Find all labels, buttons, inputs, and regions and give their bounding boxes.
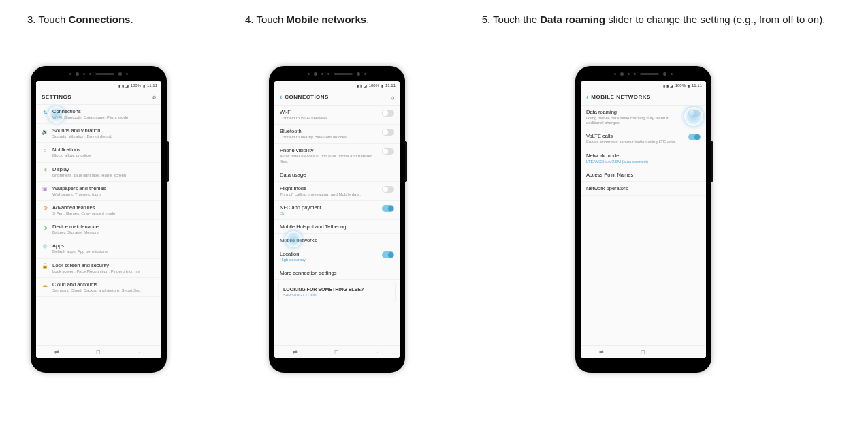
recents-button[interactable]: ⇄ <box>293 349 298 355</box>
connections-list: Wi-FiConnect to Wi-Fi networks.Bluetooth… <box>274 106 400 345</box>
connections-row[interactable]: Mobile Hotspot and Tethering <box>274 220 400 234</box>
category-icon: ⚙ <box>42 205 48 212</box>
instruction-row: 3. Touch Connections. 4. Touch Mobile ne… <box>27 14 841 73</box>
category-icon: ⦾ <box>42 243 48 250</box>
recents-button[interactable]: ⇄ <box>599 349 604 355</box>
looking-for-box[interactable]: LOOKING FOR SOMETHING ELSE?SAMSUNG CLOUD <box>278 283 396 301</box>
toggle-switch[interactable] <box>688 110 701 117</box>
battery-icon: ▮ <box>381 83 383 88</box>
row-title: Display <box>52 166 156 172</box>
back-button[interactable]: ← <box>138 349 143 355</box>
row-subtitle: High accuracy <box>280 258 378 262</box>
row-subtitle: Wallpapers, Themes, Icons <box>52 192 156 197</box>
toggle-switch[interactable] <box>382 251 394 258</box>
home-button[interactable]: ◻ <box>96 349 101 355</box>
toggle-switch[interactable] <box>688 134 701 140</box>
mobilenet-row[interactable]: Network operators <box>581 182 706 196</box>
row-title: Phone visibility <box>280 147 378 153</box>
nav-bar: ⇄ ◻ ← <box>274 345 400 358</box>
row-title: Network mode <box>586 153 701 159</box>
connections-row[interactable]: NFC and paymentOn <box>274 201 400 220</box>
mobile-networks-list: Data roamingUsing mobile data while roam… <box>581 106 706 345</box>
row-title: Location <box>280 251 378 257</box>
connections-row[interactable]: Phone visibilityAllow other devices to f… <box>274 144 400 168</box>
nav-bar: ⇄ ◻ ← <box>36 345 161 358</box>
settings-row[interactable]: ⇅ConnectionsWi-Fi, Bluetooth, Data usage… <box>36 105 161 124</box>
row-title: More connection settings <box>280 270 394 276</box>
phone-step-3: ▮ ▮ ◢ 100% ▮ 11:11 SETTINGS ⌕ ⇅Connectio… <box>31 66 167 373</box>
search-icon[interactable]: ⌕ <box>391 94 394 101</box>
looking-title: LOOKING FOR SOMETHING ELSE? <box>283 287 391 292</box>
back-icon[interactable]: ‹ <box>586 93 588 101</box>
toggle-switch[interactable] <box>382 110 394 117</box>
row-subtitle: Connect to Wi-Fi networks. <box>280 116 378 121</box>
connections-row[interactable]: Data usage <box>274 168 400 182</box>
row-title: Flight mode <box>280 185 378 191</box>
row-title: Network operators <box>586 185 701 191</box>
row-title: VoLTE calls <box>586 133 684 139</box>
row-subtitle: Wi-Fi, Bluetooth, Data usage, Flight mod… <box>52 115 156 120</box>
row-title: Advanced features <box>52 204 156 211</box>
settings-list: ⇅ConnectionsWi-Fi, Bluetooth, Data usage… <box>36 105 161 345</box>
step-4-text: 4. Touch Mobile networks. <box>245 14 422 25</box>
row-subtitle: Sounds, Vibration, Do not disturb <box>52 134 156 139</box>
home-button[interactable]: ◻ <box>641 349 645 355</box>
category-icon: ▣ <box>42 186 48 193</box>
row-title: Data usage <box>280 172 394 178</box>
settings-row[interactable]: ⚙Advanced featuresS Pen, Games, One-hand… <box>36 201 161 220</box>
phone-step-5: ▮ ▮ ◢ 100% ▮ 11:11 ‹ MOBILE NETWORKS Dat… <box>575 66 711 373</box>
category-icon: 🔒 <box>42 263 48 270</box>
connections-row[interactable]: More connection settings <box>274 266 400 280</box>
row-subtitle: Battery, Storage, Memory <box>52 230 156 235</box>
mobilenet-row[interactable]: Network modeLTE/WCDMA/GSM (auto connect) <box>581 149 706 168</box>
battery-icon: ▮ <box>688 83 690 88</box>
connections-row[interactable]: Wi-FiConnect to Wi-Fi networks. <box>274 106 400 125</box>
settings-row[interactable]: ⊕Device maintenanceBattery, Storage, Mem… <box>36 220 161 239</box>
category-icon: ⇅ <box>42 109 48 116</box>
settings-row[interactable]: ≡NotificationsBlock, allow, prioritize <box>36 143 161 162</box>
looking-link[interactable]: SAMSUNG CLOUD <box>283 293 391 297</box>
row-title: NFC and payment <box>280 204 378 211</box>
phone-step-4: ▮ ▮ ◢ 100% ▮ 11:11 ‹ CONNECTIONS ⌕ Wi-Fi… <box>269 66 405 373</box>
row-title: Mobile networks <box>280 237 394 243</box>
toggle-switch[interactable] <box>382 205 394 212</box>
mobilenet-row[interactable]: Access Point Names <box>581 168 706 182</box>
row-subtitle: Lock screen, Face Recognition, Fingerpri… <box>52 269 156 274</box>
settings-row[interactable]: ☀DisplayBrightness, Blue light filter, H… <box>36 163 161 182</box>
connections-row[interactable]: Flight modeTurn off calling, messaging, … <box>274 182 400 201</box>
settings-row[interactable]: ⦾AppsDefault apps, App permissions <box>36 239 161 258</box>
back-button[interactable]: ← <box>682 349 688 355</box>
toggle-switch[interactable] <box>382 148 394 155</box>
signal-icon: ▮ ▮ ◢ <box>118 83 128 88</box>
signal-icon: ▮ ▮ ◢ <box>357 83 366 88</box>
mobilenet-row[interactable]: Data roamingUsing mobile data while roam… <box>581 106 706 129</box>
category-icon: 🔉 <box>42 128 48 135</box>
connections-row[interactable]: LocationHigh accuracy <box>274 247 400 266</box>
settings-row[interactable]: ☁Cloud and accountsSamsung Cloud, Backup… <box>36 278 161 297</box>
back-icon[interactable]: ‹ <box>280 93 282 101</box>
recents-button[interactable]: ⇄ <box>54 349 59 355</box>
toggle-switch[interactable] <box>382 129 394 136</box>
row-title: Device maintenance <box>52 224 156 230</box>
row-subtitle: Samsung Cloud, Backup and restore, Smart… <box>52 288 156 293</box>
toggle-switch[interactable] <box>382 186 394 193</box>
settings-row[interactable]: 🔉Sounds and vibrationSounds, Vibration, … <box>36 124 161 143</box>
back-button[interactable]: ← <box>376 349 381 355</box>
row-title: Apps <box>52 243 156 249</box>
category-icon: ☁ <box>42 282 48 289</box>
connections-row[interactable]: BluetoothConnect to nearby Bluetooth dev… <box>274 125 400 144</box>
mobilenet-row[interactable]: VoLTE callsEnable enhanced communication… <box>581 129 706 149</box>
category-icon: ☀ <box>42 167 48 174</box>
row-subtitle: Using mobile data while roaming may resu… <box>586 116 684 125</box>
connections-row[interactable]: Mobile networks <box>274 234 400 247</box>
phones-row: ▮ ▮ ◢ 100% ▮ 11:11 SETTINGS ⌕ ⇅Connectio… <box>27 66 841 373</box>
row-subtitle: LTE/WCDMA/GSM (auto connect) <box>586 159 701 164</box>
page-title: MOBILE NETWORKS <box>591 94 701 100</box>
home-button[interactable]: ◻ <box>334 349 339 355</box>
search-icon[interactable]: ⌕ <box>152 93 156 100</box>
settings-row[interactable]: ▣Wallpapers and themesWallpapers, Themes… <box>36 182 161 201</box>
battery-icon: ▮ <box>143 83 145 88</box>
settings-row[interactable]: 🔒Lock screen and securityLock screen, Fa… <box>36 259 161 278</box>
row-subtitle: S Pen, Games, One-handed mode <box>52 211 156 216</box>
category-icon: ⊕ <box>42 224 48 231</box>
